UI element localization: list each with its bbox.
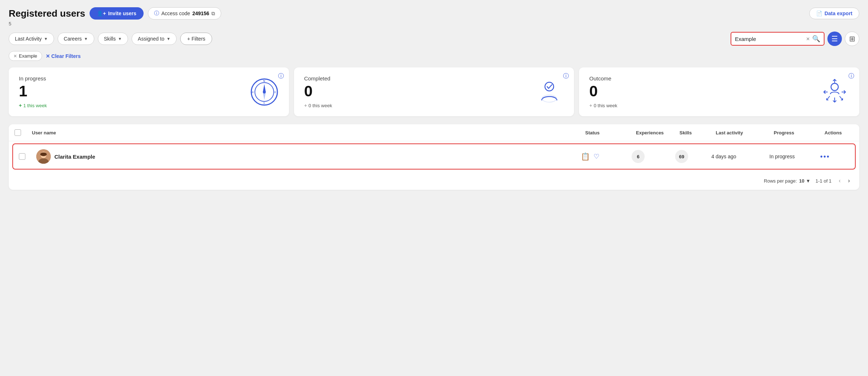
table-header: User name Status Experiences Skills Last… bbox=[9, 124, 859, 141]
clear-filters-button[interactable]: ✕ Clear Filters bbox=[46, 53, 81, 59]
grid-view-button[interactable]: ⊞ bbox=[845, 32, 859, 46]
stat-number-inprogress: 1 bbox=[19, 84, 47, 99]
svg-text:E: E bbox=[274, 91, 276, 93]
skills-filter[interactable]: Skills ▼ bbox=[98, 33, 128, 45]
progress-cell: In progress bbox=[769, 154, 820, 159]
skills-cell: 69 bbox=[675, 150, 711, 163]
pagination-row: Rows per page: 10 ▼ 1-1 of 1 ‹ › bbox=[9, 172, 859, 190]
actions-cell: ••• bbox=[820, 153, 849, 161]
stat-label-completed: Completed bbox=[304, 75, 332, 82]
avatar bbox=[36, 149, 51, 164]
svg-point-15 bbox=[40, 153, 47, 156]
page-title: Registered users bbox=[9, 8, 85, 19]
table-row: Clarita Example 📋 ♡ 6 69 4 days ago In p… bbox=[12, 143, 856, 170]
stat-card-in-progress: In progress 1 + 1 this week N S E W bbox=[9, 67, 289, 116]
stat-label-outcome: Outcome bbox=[589, 75, 617, 82]
stat-icon-outcome bbox=[820, 78, 849, 106]
invite-icon: 👤+ bbox=[97, 11, 106, 16]
experiences-badge: 6 bbox=[632, 150, 645, 163]
svg-point-4 bbox=[263, 91, 266, 93]
info-icon-completed[interactable]: ⓘ bbox=[563, 72, 569, 80]
user-name: Clarita Example bbox=[54, 154, 95, 160]
stat-week-outcome: + 0 this week bbox=[589, 103, 617, 108]
active-filters-row: ✕ Example ✕ Clear Filters bbox=[9, 51, 859, 61]
svg-text:W: W bbox=[251, 91, 254, 93]
careers-filter[interactable]: Careers ▼ bbox=[58, 33, 94, 45]
plus-icon: + bbox=[304, 103, 307, 108]
stat-label-inprogress: In progress bbox=[19, 75, 47, 82]
header-progress: Progress bbox=[774, 130, 824, 135]
header-checkbox-cell bbox=[15, 129, 32, 136]
rows-per-page: Rows per page: 10 ▼ bbox=[764, 178, 810, 184]
actions-button[interactable]: ••• bbox=[820, 153, 830, 161]
invite-users-button[interactable]: 👤+ Invite users bbox=[90, 7, 144, 20]
prev-page-button[interactable]: ‹ bbox=[836, 177, 843, 185]
rows-per-page-select[interactable]: 10 ▼ bbox=[799, 178, 810, 184]
header-actions: Actions bbox=[824, 130, 853, 135]
stat-week-completed: + 0 this week bbox=[304, 103, 332, 108]
row-checkbox[interactable] bbox=[19, 153, 25, 160]
chevron-down-icon: ▼ bbox=[84, 37, 88, 41]
add-filters-button[interactable]: + Filters bbox=[180, 33, 212, 45]
plus-icon: + bbox=[19, 103, 22, 108]
x-icon: ✕ bbox=[46, 53, 50, 59]
stat-icon-completed bbox=[535, 78, 564, 106]
access-code-box: ⓘ Access code 249156 ⧉ bbox=[148, 7, 221, 20]
stat-number-outcome: 0 bbox=[589, 84, 617, 99]
chevron-down-icon: ▼ bbox=[44, 37, 48, 41]
page-navigation: ‹ › bbox=[836, 177, 852, 185]
plus-icon: + bbox=[589, 103, 592, 108]
search-icon[interactable]: 🔍 bbox=[812, 35, 820, 43]
experiences-cell: 6 bbox=[632, 150, 675, 163]
svg-text:S: S bbox=[263, 102, 265, 104]
chevron-down-icon: ▼ bbox=[806, 178, 810, 184]
filter-tag-example: ✕ Example bbox=[9, 51, 42, 61]
chevron-down-icon: ▼ bbox=[166, 37, 170, 41]
stat-card-completed: Completed 0 + 0 this week ⓘ bbox=[294, 67, 574, 116]
last-activity-filter[interactable]: Last Activity ▼ bbox=[9, 33, 54, 45]
stat-card-outcome: Outcome 0 + 0 this week bbox=[579, 67, 859, 116]
last-activity-cell: 4 days ago bbox=[711, 154, 769, 159]
info-icon-inprogress[interactable]: ⓘ bbox=[278, 72, 284, 80]
header-last-activity: Last activity bbox=[716, 130, 774, 135]
header-status: Status bbox=[585, 130, 636, 135]
status-cell: 📋 ♡ bbox=[581, 152, 632, 161]
search-input[interactable] bbox=[735, 36, 804, 42]
document-icon: 📋 bbox=[581, 152, 590, 161]
svg-point-10 bbox=[542, 95, 557, 102]
users-table: User name Status Experiences Skills Last… bbox=[9, 124, 859, 190]
clear-search-icon[interactable]: ✕ bbox=[806, 36, 810, 42]
heart-icon: ♡ bbox=[594, 153, 599, 160]
svg-point-11 bbox=[831, 83, 838, 91]
stats-row: In progress 1 + 1 this week N S E W bbox=[9, 67, 859, 116]
stat-number-completed: 0 bbox=[304, 84, 332, 99]
next-page-button[interactable]: › bbox=[846, 177, 852, 185]
search-box: ✕ 🔍 bbox=[731, 32, 824, 46]
header-experiences: Experiences bbox=[636, 130, 679, 135]
svg-point-9 bbox=[545, 82, 554, 91]
svg-text:N: N bbox=[263, 80, 265, 82]
stat-icon-inprogress: N S E W bbox=[250, 78, 279, 106]
export-icon: 📄 bbox=[816, 11, 822, 16]
header-username: User name bbox=[32, 130, 585, 135]
skills-badge: 69 bbox=[675, 150, 688, 163]
filters-row: Last Activity ▼ Careers ▼ Skills ▼ Assig… bbox=[9, 32, 859, 46]
list-view-button[interactable]: ☰ bbox=[827, 32, 842, 46]
info-icon-outcome[interactable]: ⓘ bbox=[848, 72, 854, 80]
user-cell: Clarita Example bbox=[36, 149, 581, 164]
search-wrapper: ✕ 🔍 ☰ ⊞ bbox=[731, 32, 859, 46]
header-skills: Skills bbox=[679, 130, 716, 135]
row-checkbox-cell bbox=[19, 153, 36, 160]
select-all-checkbox[interactable] bbox=[15, 129, 21, 136]
stat-week-inprogress: + 1 this week bbox=[19, 103, 47, 108]
remove-filter-icon[interactable]: ✕ bbox=[13, 54, 17, 59]
copy-icon[interactable]: ⧉ bbox=[211, 11, 215, 17]
data-export-button[interactable]: 📄 Data export bbox=[809, 8, 859, 19]
page-info: 1-1 of 1 bbox=[815, 178, 831, 184]
page-count: 5 bbox=[9, 21, 859, 26]
chevron-down-icon: ▼ bbox=[118, 37, 122, 41]
assigned-to-filter[interactable]: Assigned to ▼ bbox=[132, 33, 177, 45]
info-icon: ⓘ bbox=[154, 10, 159, 17]
